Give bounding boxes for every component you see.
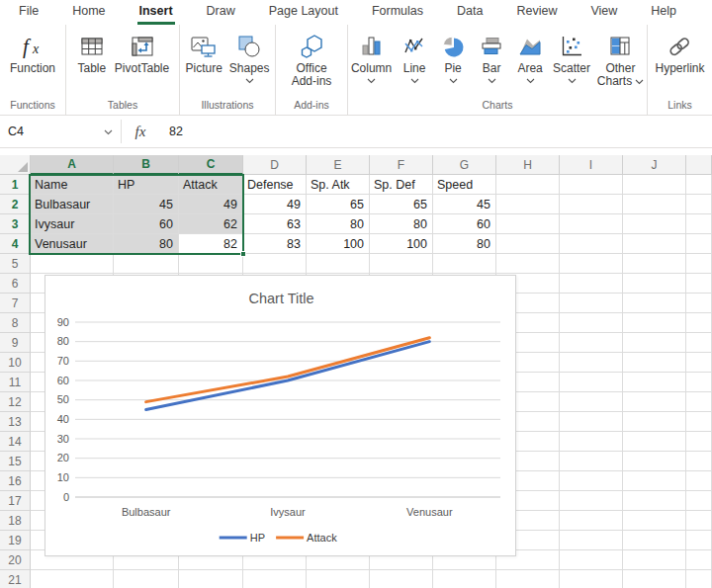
row-header-5[interactable]: 5 [0,254,31,274]
chevron-down-icon[interactable] [245,78,254,84]
cell-H1[interactable] [496,175,560,195]
tab-insert[interactable]: Insert [137,0,175,25]
cell-G4[interactable]: 80 [433,234,496,254]
cell-K15[interactable] [686,452,712,471]
ribbon-button-line[interactable]: Line [396,30,433,85]
name-box[interactable]: C4 [0,116,121,147]
cell-A2[interactable]: Bulbasaur [31,195,114,214]
cell-I19[interactable] [560,531,623,550]
cell-J2[interactable] [623,195,686,214]
cell-G21[interactable] [433,570,496,588]
cell-I11[interactable] [560,373,623,392]
row-header-6[interactable]: 6 [0,274,31,294]
chevron-down-icon[interactable] [449,78,458,84]
row-header-18[interactable]: 18 [0,511,31,531]
cell-I7[interactable] [560,294,623,313]
cell-K20[interactable] [686,550,712,570]
cell-A5[interactable] [31,254,114,274]
row-header-17[interactable]: 17 [0,491,31,511]
ribbon-button-hyperlink[interactable]: Hyperlink [652,30,707,76]
ribbon-button-pie[interactable]: Pie [434,30,472,85]
column-header-clipped[interactable] [686,155,712,175]
ribbon-button-shapes[interactable]: Shapes [226,30,273,85]
cell-J20[interactable] [623,550,686,570]
cell-K4[interactable] [686,234,712,254]
tab-home[interactable]: Home [70,0,107,25]
cell-D3[interactable]: 63 [243,214,307,234]
cell-A21[interactable] [31,570,114,588]
cell-I5[interactable] [560,254,623,274]
row-header-21[interactable]: 21 [0,570,31,588]
cell-E2[interactable]: 65 [307,195,370,214]
cell-K8[interactable] [686,313,712,333]
chevron-down-icon[interactable] [568,78,577,84]
column-header-G[interactable]: G [433,155,496,175]
row-header-11[interactable]: 11 [0,373,31,392]
cell-H3[interactable] [496,214,560,234]
cell-K5[interactable] [686,254,712,274]
cell-C1[interactable]: Attack [179,175,243,195]
cell-F21[interactable] [370,570,433,588]
ribbon-button-scatter[interactable]: Scatter [550,30,593,85]
cell-K2[interactable] [686,195,712,214]
cell-I17[interactable] [560,491,623,511]
chevron-down-icon[interactable] [410,78,419,84]
cell-D2[interactable]: 49 [243,195,307,214]
cell-H21[interactable] [496,570,560,588]
cell-E21[interactable] [307,570,370,588]
tab-formulas[interactable]: Formulas [370,0,425,25]
cell-F1[interactable]: Sp. Def [370,175,433,195]
cell-H2[interactable] [496,195,560,214]
row-header-4[interactable]: 4 [0,234,31,254]
cell-I9[interactable] [560,333,623,353]
cell-I1[interactable] [560,175,623,195]
cell-I18[interactable] [560,511,623,531]
cell-J11[interactable] [623,373,686,392]
fill-handle[interactable] [240,251,246,257]
tab-file[interactable]: File [17,0,41,25]
cell-B2[interactable]: 45 [114,195,179,214]
row-header-8[interactable]: 8 [0,313,31,333]
cell-J12[interactable] [623,392,686,412]
cell-E3[interactable]: 80 [307,214,370,234]
cell-I15[interactable] [560,452,623,471]
fx-button[interactable]: fx [122,116,159,147]
cell-A1[interactable]: Name [31,175,114,195]
cell-I8[interactable] [560,313,623,333]
cell-G1[interactable]: Speed [433,175,496,195]
cell-I2[interactable] [560,195,623,214]
cell-H5[interactable] [496,254,560,274]
cell-K19[interactable] [686,531,712,550]
chevron-down-icon[interactable] [367,78,376,84]
tab-view[interactable]: View [588,0,619,25]
cell-K9[interactable] [686,333,712,353]
cell-J21[interactable] [623,570,686,588]
tab-review[interactable]: Review [514,0,559,25]
cell-B3[interactable]: 60 [114,214,179,234]
cell-C4[interactable]: 82 [179,234,243,254]
column-header-E[interactable]: E [307,155,370,175]
column-header-H[interactable]: H [496,155,560,175]
cell-J5[interactable] [623,254,686,274]
ribbon-button-picture[interactable]: Picture [182,30,224,76]
cell-B5[interactable] [114,254,179,274]
cell-K1[interactable] [686,175,712,195]
tab-page-layout[interactable]: Page Layout [267,0,340,25]
cell-K12[interactable] [686,392,712,412]
cell-F3[interactable]: 80 [370,214,433,234]
cell-F5[interactable] [370,254,433,274]
cell-K17[interactable] [686,491,712,511]
row-header-3[interactable]: 3 [0,214,31,234]
cell-J3[interactable] [623,214,686,234]
column-header-B[interactable]: B [114,155,179,175]
row-header-14[interactable]: 14 [0,432,31,452]
cell-E4[interactable]: 100 [307,234,370,254]
cell-F2[interactable]: 65 [370,195,433,214]
cell-B1[interactable]: HP [114,175,179,195]
cell-J9[interactable] [623,333,686,353]
formula-input[interactable]: 82 [159,116,712,147]
cell-J14[interactable] [623,432,686,452]
row-header-9[interactable]: 9 [0,333,31,353]
cell-J6[interactable] [623,274,686,294]
cell-D5[interactable] [243,254,307,274]
